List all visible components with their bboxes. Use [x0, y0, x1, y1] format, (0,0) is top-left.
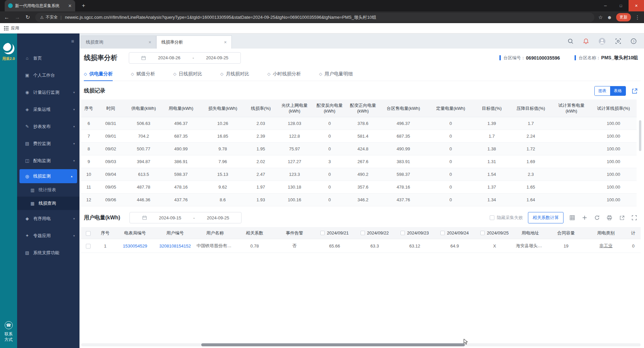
- date-column-checkbox[interactable]: [440, 231, 445, 235]
- table-cell: 2.03: [246, 117, 276, 130]
- refresh-icon[interactable]: ↻: [25, 14, 30, 20]
- close-icon[interactable]: ✕: [68, 3, 72, 8]
- sidebar-item-line-loss-monitor[interactable]: ◎ 线损监测 ▴: [19, 169, 77, 183]
- svg-text:?: ?: [633, 40, 634, 43]
- maximize-button[interactable]: □: [613, 0, 629, 11]
- apps-grid-icon[interactable]: [4, 26, 8, 30]
- subtab-monthly-loss-compare[interactable]: ◇ 月线损对比: [220, 67, 249, 81]
- table-cell: 09/02: [96, 143, 125, 155]
- subtab-user-energy-detail[interactable]: ◇ 用户电量明细: [319, 67, 353, 81]
- table-cell: 1.39: [474, 117, 509, 130]
- browser-menu-icon[interactable]: ⋮: [635, 14, 640, 20]
- forward-icon[interactable]: →: [15, 14, 20, 20]
- refresh-icon[interactable]: [593, 214, 601, 221]
- tab-line-loss-analysis[interactable]: 线损率分析 ×: [156, 36, 232, 49]
- table-cell: 0: [427, 130, 474, 143]
- add-icon[interactable]: [581, 214, 588, 221]
- diamond-icon: ◇: [131, 72, 134, 76]
- row-checkbox[interactable]: [86, 244, 91, 249]
- sidebar-collapse-icon[interactable]: ≡: [71, 38, 74, 44]
- browser-tab[interactable]: 新一代用电信息采集系统 ✕: [5, 0, 75, 11]
- chevron-down-icon: ▾: [73, 125, 75, 128]
- meter-no-link[interactable]: 1530054529: [123, 243, 147, 249]
- table-view-button[interactable]: 表格: [610, 86, 626, 95]
- sidebar-item-distribution-monitor[interactable]: ◫ 配电监测 ▾: [17, 152, 79, 169]
- station-name-label: 台区名称：: [579, 55, 600, 61]
- export-icon[interactable]: [618, 214, 626, 221]
- avatar[interactable]: [598, 38, 606, 45]
- bell-icon[interactable]: [583, 38, 589, 44]
- sidebar-item-meter-reading[interactable]: ✎ 抄表发布 ▾: [17, 118, 79, 135]
- date-end-value[interactable]: 2024-09-25: [206, 55, 228, 60]
- date-column-checkbox[interactable]: [320, 231, 325, 235]
- close-icon[interactable]: ×: [149, 40, 151, 45]
- sidebar-item-line-loss-query[interactable]: ▦ 线损查询: [17, 197, 79, 210]
- date-end-value[interactable]: 2024-09-25: [207, 215, 229, 220]
- export-icon[interactable]: [631, 88, 638, 94]
- new-tab-button[interactable]: +: [79, 2, 88, 9]
- search-icon[interactable]: [568, 38, 574, 44]
- contact-block[interactable]: ☎ 联系方式: [0, 321, 17, 343]
- browser-update-button[interactable]: 更新: [616, 13, 631, 21]
- profile-icon[interactable]: ☻: [607, 14, 612, 20]
- table-cell: 100.00: [590, 168, 637, 181]
- column-settings-icon[interactable]: [569, 214, 576, 221]
- horizontal-scrollbar-track[interactable]: [81, 343, 641, 346]
- fullscreen-icon[interactable]: [631, 214, 638, 221]
- sidebar-item-collection-ops[interactable]: ◈ 采集运维 ▾: [17, 101, 79, 118]
- table-cell: 64.9: [435, 239, 475, 253]
- sidebar-menu: ⌂ 首页 ▣ 个人工作台 ◉ 计量运行监测 ▾ ◈ 采集运维 ▾ ✎ 抄表发布 …: [17, 50, 79, 261]
- url-bar[interactable]: ⚠ 不安全 | neweic.js.sgcc.com.cn/#/llm/line…: [35, 13, 594, 22]
- subtab-supply-analysis[interactable]: ◇ 供电量分析: [84, 67, 113, 81]
- window-close-button[interactable]: ✕: [629, 0, 644, 11]
- correlation-calc-button[interactable]: 相关系数计算: [528, 212, 564, 223]
- table-cell: 09/03: [96, 155, 125, 168]
- user-no-link[interactable]: 3208108154152: [159, 243, 191, 249]
- date-start-value[interactable]: 2024-09-15: [159, 215, 181, 220]
- home-icon: ⌂: [24, 56, 30, 61]
- horizontal-scrollbar-thumb[interactable]: [201, 343, 465, 346]
- diamond-icon: ◇: [267, 72, 270, 76]
- table-cell: 100.00: [590, 155, 637, 168]
- help-icon[interactable]: ?: [631, 38, 637, 44]
- print-icon[interactable]: [606, 214, 613, 221]
- sidebar-item-workbench[interactable]: ▣ 个人工作台: [17, 67, 79, 84]
- date-column-checkbox[interactable]: [361, 231, 365, 235]
- sidebar-item-orderly-power[interactable]: ◆ 有序用电 ▾: [17, 210, 79, 227]
- tab-line-loss-query[interactable]: 线损查询 ×: [81, 36, 156, 49]
- table-cell: 490.2: [346, 168, 380, 181]
- chart-view-button[interactable]: 图表: [595, 86, 610, 95]
- table-cell: 1.95: [246, 143, 276, 155]
- chevron-down-icon: ▾: [73, 159, 75, 162]
- sidebar-item-metering-monitor[interactable]: ◉ 计量运行监测 ▾: [17, 84, 79, 101]
- close-icon[interactable]: ×: [224, 40, 227, 45]
- sidebar-item-special-apps[interactable]: ✦ 专题应用 ▾: [17, 227, 79, 244]
- table-cell: 130.18: [276, 181, 313, 194]
- minimize-button[interactable]: ─: [598, 0, 613, 11]
- user-date-range-input[interactable]: 2024-09-15 - 2024-09-25: [129, 212, 241, 223]
- apps-bookmark[interactable]: 应用: [11, 25, 19, 31]
- hide-failed-checkbox[interactable]: [490, 215, 494, 220]
- select-all-checkbox[interactable]: [86, 231, 91, 236]
- date-start-value[interactable]: 2024-08-26: [158, 55, 180, 60]
- back-icon[interactable]: ←: [4, 14, 9, 20]
- contact-label: 联系方式: [0, 331, 17, 343]
- sidebar-item-home[interactable]: ⌂ 首页: [17, 50, 79, 67]
- bookmark-star-icon[interactable]: ☆: [598, 14, 603, 20]
- subtab-assignment-analysis[interactable]: ◇ 赋值分析: [131, 67, 155, 81]
- subtab-hourly-loss-analysis[interactable]: ◇ 小时线损分析: [267, 67, 301, 81]
- sidebar-item-fee-control[interactable]: ▤ 费控监测 ▾: [17, 135, 79, 152]
- table-row: 1109/05487.78478.169.621.97130.180357.64…: [81, 181, 637, 194]
- analysis-date-range-input[interactable]: 2024-08-26 - 2024-09-25: [129, 52, 241, 64]
- subtab-daily-loss-compare[interactable]: ◇ 日线损对比: [173, 67, 202, 81]
- vertical-scrollbar[interactable]: [639, 120, 641, 151]
- chevron-down-icon: ▾: [73, 91, 75, 94]
- date-column-checkbox[interactable]: [400, 231, 405, 235]
- screen-capture-icon[interactable]: [615, 38, 621, 44]
- table-cell: 19: [546, 239, 586, 253]
- sidebar-item-system-support[interactable]: ▧ 系统支撑功能: [17, 244, 79, 261]
- sidebar-item-stat-report[interactable]: ▥ 统计报表: [17, 183, 79, 197]
- sidebar-item-label: 专题应用: [33, 233, 51, 239]
- hide-failed-option[interactable]: 隐藏采集失败: [490, 215, 523, 221]
- date-column-checkbox[interactable]: [480, 231, 485, 235]
